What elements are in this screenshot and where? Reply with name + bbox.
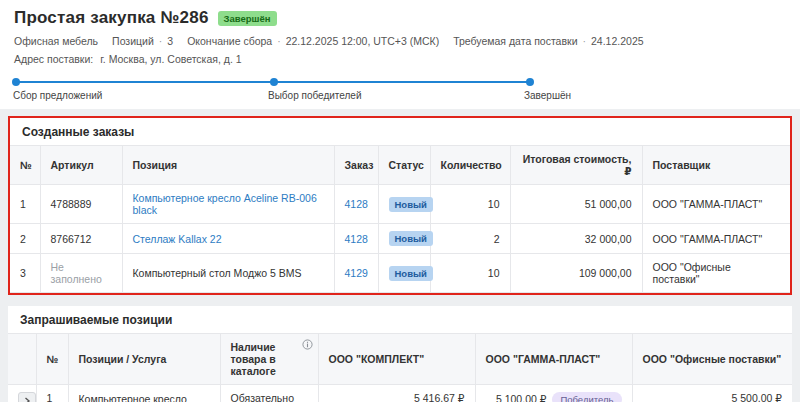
order-status-badge: Новый [389, 266, 433, 281]
info-icon[interactable] [302, 339, 313, 350]
offer-price: 5 416,67 ₽ [318, 385, 475, 402]
order-supplier: ООО "ГАММА-ПЛАСТ" [642, 185, 790, 224]
order-article: 4788889 [40, 185, 122, 224]
col-supplier: Поставщик [642, 146, 790, 185]
order-row: 1 4788889 Компьютерное кресло Aceline RB… [10, 185, 790, 224]
col-num: № [36, 334, 68, 385]
requested-positions-table: № Позиции / Услуга Наличие товара в ката… [8, 333, 792, 402]
order-quantity: 10 [430, 254, 510, 293]
chevron-right-icon [23, 397, 31, 402]
offer-price-winner: 5 100,00 ₽Победитель [475, 385, 632, 402]
order-row: 3 Не заполнено Компьютерный стол Моджо 5… [10, 254, 790, 293]
step-dot-finished [526, 78, 534, 86]
page-header: Простая закупка №286 Завершён Офисная ме… [0, 0, 800, 65]
offer-price: 5 500,00 ₽ [632, 385, 792, 402]
order-total: 109 000,00 [510, 254, 642, 293]
created-orders-header-row: № Артикул Позиция Заказ Статус Количеств… [10, 146, 790, 185]
order-status-badge: Новый [389, 197, 433, 212]
col-num: № [10, 146, 40, 185]
col-supplier-office: ООО "Офисные поставки" [632, 334, 792, 385]
step-label-winners: Выбор победителей [268, 90, 362, 101]
col-supplier-gamma: ООО "ГАММА-ПЛАСТ" [475, 334, 632, 385]
order-total: 51 000,00 [510, 185, 642, 224]
order-total: 32 000,00 [510, 224, 642, 254]
delivery-address: Адрес поставки: г. Москва, ул. Советская… [14, 53, 786, 65]
order-supplier: ООО "Офисные поставки" [642, 254, 790, 293]
meta-deadline: Окончание сбора · 22.12.2025 12:00, UTC+… [187, 35, 439, 47]
position-name: Компьютерное кресло Aceline DTG-001 черн… [79, 392, 210, 402]
col-quantity: Количество [430, 146, 510, 185]
purchase-meta: Офисная мебель Позиций · 3 Окончание сбо… [14, 35, 786, 47]
order-article: 8766712 [40, 224, 122, 254]
col-expand [8, 334, 36, 385]
address-value: г. Москва, ул. Советская, д. 1 [100, 53, 241, 65]
meta-positions-count: Позиций · 3 [112, 35, 173, 47]
created-orders-title: Созданные заказы [10, 118, 790, 145]
step-label-collecting: Сбор предложений [13, 90, 102, 101]
requested-positions-title: Запрашиваемые позиции [8, 306, 792, 333]
status-stepper: Сбор предложений Выбор победителей Завер… [0, 75, 800, 109]
meta-category: Офисная мебель [14, 35, 98, 47]
col-supplier-komplekt: ООО "КОМПЛЕКТ" [318, 334, 475, 385]
step-dot-collecting [12, 78, 20, 86]
position-availability: Обязательно [220, 385, 318, 402]
content-area: Созданные заказы № Артикул Позиция Заказ… [0, 109, 800, 402]
position-link[interactable]: Компьютерное кресло Aceline RB-006 black [133, 192, 317, 216]
expand-row-button[interactable] [18, 392, 36, 402]
requested-positions-panel: Запрашиваемые позиции № Позиции / Услуга… [8, 306, 792, 402]
position-num: 1 [36, 385, 68, 402]
col-availability: Наличие товара в каталоге [220, 334, 318, 385]
order-quantity: 2 [430, 224, 510, 254]
meta-delivery-date: Требуемая дата поставки · 24.12.2025 [453, 35, 643, 47]
col-position: Позиция [122, 146, 334, 185]
requested-header-row: № Позиции / Услуга Наличие товара в ката… [8, 334, 792, 385]
order-link[interactable]: 4129 [345, 267, 368, 279]
col-total: Итоговая стоимость, ₽ [510, 146, 642, 185]
position-text: Компьютерный стол Моджо 5 BMS [122, 254, 334, 293]
col-item: Позиции / Услуга [68, 334, 220, 385]
step-label-finished: Завершён [524, 90, 571, 101]
order-num: 2 [10, 224, 40, 254]
order-status-badge: Новый [389, 231, 433, 246]
position-link[interactable]: Стеллаж Kallax 22 [133, 233, 222, 245]
order-quantity: 10 [430, 185, 510, 224]
created-orders-panel: Созданные заказы № Артикул Позиция Заказ… [8, 116, 792, 295]
winner-badge: Победитель [552, 392, 621, 402]
order-num: 1 [10, 185, 40, 224]
col-order: Заказ [334, 146, 378, 185]
position-row: 1 Компьютерное кресло Aceline DTG-001 че… [8, 385, 792, 402]
step-dot-winners [270, 78, 278, 86]
col-article: Артикул [40, 146, 122, 185]
order-supplier: ООО "ГАММА-ПЛАСТ" [642, 224, 790, 254]
created-orders-table: № Артикул Позиция Заказ Статус Количеств… [10, 145, 790, 293]
order-row: 2 8766712 Стеллаж Kallax 22 4128 Новый 2… [10, 224, 790, 254]
title-row: Простая закупка №286 Завершён [14, 8, 786, 28]
address-label: Адрес поставки: [14, 53, 93, 65]
order-article-empty: Не заполнено [40, 254, 122, 293]
col-status: Статус [378, 146, 430, 185]
order-num: 3 [10, 254, 40, 293]
order-link[interactable]: 4128 [345, 233, 368, 245]
status-badge: Завершён [218, 11, 277, 26]
order-link[interactable]: 4128 [345, 198, 368, 210]
page-title: Простая закупка №286 [14, 8, 209, 28]
